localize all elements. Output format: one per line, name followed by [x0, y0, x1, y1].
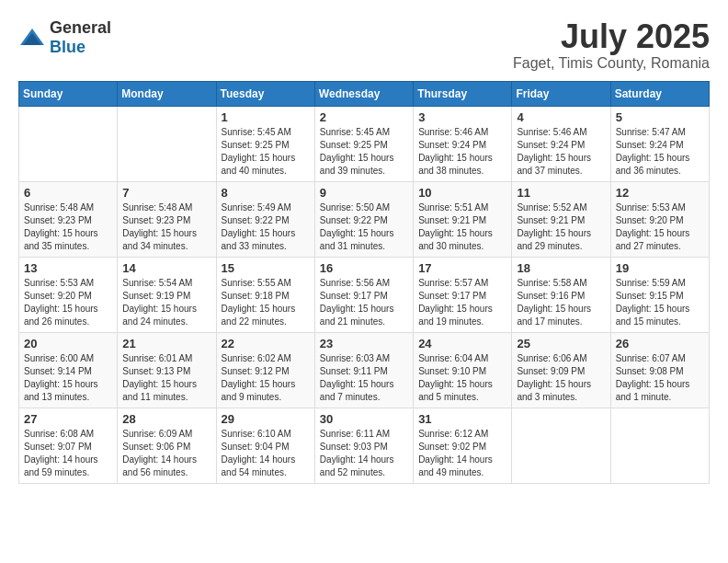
- calendar-cell: 11Sunrise: 5:52 AMSunset: 9:21 PMDayligh…: [512, 181, 610, 257]
- calendar-week-row: 13Sunrise: 5:53 AMSunset: 9:20 PMDayligh…: [19, 257, 710, 332]
- logo-text-general: General: [50, 18, 111, 37]
- day-number: 7: [122, 186, 210, 200]
- day-info: Sunrise: 6:04 AMSunset: 9:10 PMDaylight:…: [418, 352, 506, 404]
- day-info: Sunrise: 6:06 AMSunset: 9:09 PMDaylight:…: [517, 352, 605, 404]
- day-number: 13: [24, 261, 112, 275]
- calendar-cell: 5Sunrise: 5:47 AMSunset: 9:24 PMDaylight…: [610, 106, 709, 181]
- calendar-cell: 16Sunrise: 5:56 AMSunset: 9:17 PMDayligh…: [314, 257, 413, 332]
- day-info: Sunrise: 5:49 AMSunset: 9:22 PMDaylight:…: [222, 201, 310, 253]
- day-info: Sunrise: 5:53 AMSunset: 9:20 PMDaylight:…: [616, 201, 704, 253]
- weekday-header-friday: Friday: [512, 81, 610, 106]
- day-number: 14: [122, 261, 210, 275]
- calendar-header-row: SundayMondayTuesdayWednesdayThursdayFrid…: [19, 81, 710, 106]
- day-info: Sunrise: 5:54 AMSunset: 9:19 PMDaylight:…: [122, 277, 210, 328]
- day-number: 24: [418, 337, 506, 350]
- day-info: Sunrise: 5:48 AMSunset: 9:23 PMDaylight:…: [122, 201, 210, 253]
- day-info: Sunrise: 5:50 AMSunset: 9:22 PMDaylight:…: [320, 201, 408, 253]
- title-block: July 2025 Faget, Timis County, Romania: [513, 18, 710, 72]
- calendar-cell: 27Sunrise: 6:08 AMSunset: 9:07 PMDayligh…: [19, 408, 118, 483]
- day-number: 8: [222, 186, 310, 200]
- calendar-cell: 20Sunrise: 6:00 AMSunset: 9:14 PMDayligh…: [19, 332, 118, 408]
- day-number: 1: [222, 110, 310, 124]
- calendar-cell: 15Sunrise: 5:55 AMSunset: 9:18 PMDayligh…: [216, 257, 314, 332]
- location-title: Faget, Timis County, Romania: [513, 55, 710, 72]
- day-info: Sunrise: 5:46 AMSunset: 9:24 PMDaylight:…: [517, 126, 605, 178]
- month-title: July 2025: [513, 18, 710, 55]
- calendar-cell: 22Sunrise: 6:02 AMSunset: 9:12 PMDayligh…: [216, 332, 314, 408]
- day-number: 18: [517, 261, 605, 275]
- calendar-cell: 21Sunrise: 6:01 AMSunset: 9:13 PMDayligh…: [118, 332, 216, 408]
- calendar-body: 1Sunrise: 5:45 AMSunset: 9:25 PMDaylight…: [19, 106, 710, 483]
- day-number: 12: [616, 186, 704, 200]
- day-number: 23: [320, 337, 408, 350]
- day-number: 19: [616, 261, 704, 275]
- calendar-week-row: 6Sunrise: 5:48 AMSunset: 9:23 PMDaylight…: [19, 181, 710, 257]
- day-number: 2: [320, 110, 408, 124]
- calendar-cell: [118, 106, 216, 181]
- day-number: 20: [24, 337, 112, 350]
- day-number: 15: [222, 261, 310, 275]
- day-info: Sunrise: 6:07 AMSunset: 9:08 PMDaylight:…: [616, 352, 704, 404]
- day-number: 31: [418, 412, 506, 426]
- day-number: 21: [122, 337, 210, 350]
- calendar-cell: 23Sunrise: 6:03 AMSunset: 9:11 PMDayligh…: [314, 332, 413, 408]
- calendar-cell: 31Sunrise: 6:12 AMSunset: 9:02 PMDayligh…: [414, 408, 512, 483]
- day-number: 29: [222, 412, 310, 426]
- day-number: 6: [24, 186, 112, 200]
- calendar-cell: 6Sunrise: 5:48 AMSunset: 9:23 PMDaylight…: [19, 181, 118, 257]
- day-number: 30: [320, 412, 408, 426]
- day-info: Sunrise: 6:03 AMSunset: 9:11 PMDaylight:…: [320, 352, 408, 404]
- weekday-header-wednesday: Wednesday: [314, 81, 413, 106]
- calendar-cell: 19Sunrise: 5:59 AMSunset: 9:15 PMDayligh…: [610, 257, 709, 332]
- logo-text-blue: Blue: [50, 38, 85, 56]
- calendar-cell: 13Sunrise: 5:53 AMSunset: 9:20 PMDayligh…: [19, 257, 118, 332]
- calendar-cell: 4Sunrise: 5:46 AMSunset: 9:24 PMDaylight…: [512, 106, 610, 181]
- calendar-cell: [512, 408, 610, 483]
- weekday-header-sunday: Sunday: [19, 81, 118, 106]
- calendar-cell: 29Sunrise: 6:10 AMSunset: 9:04 PMDayligh…: [216, 408, 314, 483]
- day-number: 10: [418, 186, 506, 200]
- day-info: Sunrise: 5:48 AMSunset: 9:23 PMDaylight:…: [24, 201, 112, 253]
- calendar-cell: 30Sunrise: 6:11 AMSunset: 9:03 PMDayligh…: [314, 408, 413, 483]
- calendar-cell: 28Sunrise: 6:09 AMSunset: 9:06 PMDayligh…: [118, 408, 216, 483]
- day-number: 25: [517, 337, 605, 350]
- day-info: Sunrise: 5:59 AMSunset: 9:15 PMDaylight:…: [616, 277, 704, 328]
- weekday-header-monday: Monday: [118, 81, 216, 106]
- calendar-cell: 9Sunrise: 5:50 AMSunset: 9:22 PMDaylight…: [314, 181, 413, 257]
- calendar-cell: 24Sunrise: 6:04 AMSunset: 9:10 PMDayligh…: [414, 332, 512, 408]
- page-header: General Blue July 2025 Faget, Timis Coun…: [18, 18, 710, 72]
- day-info: Sunrise: 6:08 AMSunset: 9:07 PMDaylight:…: [24, 428, 112, 479]
- calendar-cell: 14Sunrise: 5:54 AMSunset: 9:19 PMDayligh…: [118, 257, 216, 332]
- day-info: Sunrise: 5:55 AMSunset: 9:18 PMDaylight:…: [222, 277, 310, 328]
- calendar-cell: 1Sunrise: 5:45 AMSunset: 9:25 PMDaylight…: [216, 106, 314, 181]
- calendar-week-row: 20Sunrise: 6:00 AMSunset: 9:14 PMDayligh…: [19, 332, 710, 408]
- day-info: Sunrise: 5:57 AMSunset: 9:17 PMDaylight:…: [418, 277, 506, 328]
- logo: General Blue: [18, 18, 111, 57]
- day-info: Sunrise: 5:46 AMSunset: 9:24 PMDaylight:…: [418, 126, 506, 178]
- calendar-cell: 7Sunrise: 5:48 AMSunset: 9:23 PMDaylight…: [118, 181, 216, 257]
- weekday-header-tuesday: Tuesday: [216, 81, 314, 106]
- day-info: Sunrise: 6:11 AMSunset: 9:03 PMDaylight:…: [320, 428, 408, 479]
- day-number: 27: [24, 412, 112, 426]
- day-number: 11: [517, 186, 605, 200]
- day-info: Sunrise: 6:01 AMSunset: 9:13 PMDaylight:…: [122, 352, 210, 404]
- day-number: 28: [122, 412, 210, 426]
- day-info: Sunrise: 5:58 AMSunset: 9:16 PMDaylight:…: [517, 277, 605, 328]
- calendar-cell: 26Sunrise: 6:07 AMSunset: 9:08 PMDayligh…: [610, 332, 709, 408]
- calendar-cell: [610, 408, 709, 483]
- logo-icon: [18, 27, 46, 49]
- day-info: Sunrise: 6:12 AMSunset: 9:02 PMDaylight:…: [418, 428, 506, 479]
- day-info: Sunrise: 5:45 AMSunset: 9:25 PMDaylight:…: [320, 126, 408, 178]
- day-info: Sunrise: 6:00 AMSunset: 9:14 PMDaylight:…: [24, 352, 112, 404]
- calendar-table: SundayMondayTuesdayWednesdayThursdayFrid…: [18, 81, 710, 484]
- day-number: 22: [222, 337, 310, 350]
- day-info: Sunrise: 5:51 AMSunset: 9:21 PMDaylight:…: [418, 201, 506, 253]
- day-number: 16: [320, 261, 408, 275]
- calendar-cell: 8Sunrise: 5:49 AMSunset: 9:22 PMDaylight…: [216, 181, 314, 257]
- calendar-cell: 3Sunrise: 5:46 AMSunset: 9:24 PMDaylight…: [414, 106, 512, 181]
- calendar-week-row: 1Sunrise: 5:45 AMSunset: 9:25 PMDaylight…: [19, 106, 710, 181]
- day-number: 17: [418, 261, 506, 275]
- day-info: Sunrise: 5:45 AMSunset: 9:25 PMDaylight:…: [222, 126, 310, 178]
- day-info: Sunrise: 6:02 AMSunset: 9:12 PMDaylight:…: [222, 352, 310, 404]
- weekday-header-thursday: Thursday: [414, 81, 512, 106]
